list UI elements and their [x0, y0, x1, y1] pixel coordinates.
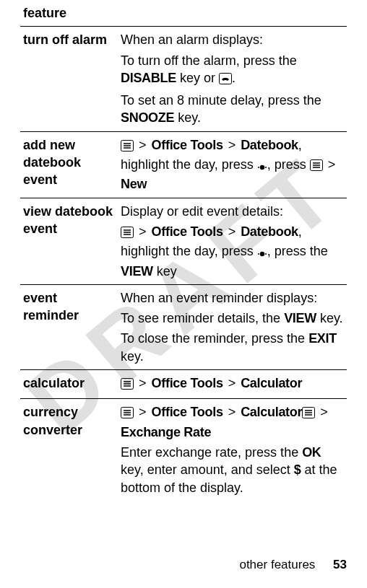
gt: >	[227, 376, 238, 390]
menu-calculator: Calculator	[241, 405, 302, 419]
feature-description: > Office Tools > Datebook, highlight the…	[118, 131, 347, 198]
gt: >	[137, 376, 148, 390]
menu-icon	[121, 377, 134, 394]
text: key.	[121, 349, 144, 364]
text: key, enter amount, and select	[121, 462, 294, 477]
feature-description: When an event reminder displays: To see …	[118, 284, 347, 369]
text: .	[232, 71, 236, 85]
text: To set an 8 minute delay, press the	[121, 93, 321, 107]
feature-label: view datebook event	[20, 198, 118, 284]
feature-description: When an alarm displays: To turn off the …	[118, 27, 347, 131]
feature-description: Display or edit event details: > Office …	[118, 198, 347, 284]
row-view-event: view datebook event Display or edit even…	[20, 198, 347, 284]
menu-icon	[121, 405, 134, 423]
nav-key-icon	[257, 158, 267, 175]
feature-label: currency converter	[20, 399, 118, 501]
row-event-reminder: event reminder When an event reminder di…	[20, 284, 347, 369]
text: , press the	[267, 244, 328, 258]
row-turn-off-alarm: turn off alarm When an alarm displays: T…	[20, 27, 347, 131]
menu-office-tools: Office Tools	[152, 405, 223, 419]
page-content: feature turn off alarm When an alarm dis…	[0, 0, 367, 501]
text: When an alarm displays:	[121, 32, 263, 47]
feature-label: turn off alarm	[20, 27, 118, 131]
section-name: other features	[239, 558, 315, 571]
exit-key-label: EXIT	[308, 331, 337, 346]
ok-key-label: OK	[302, 445, 321, 460]
page-number: 53	[319, 558, 347, 571]
menu-exchange-rate: Exchange Rate	[121, 425, 211, 439]
feature-description: > Office Tools > Calculator	[118, 370, 347, 399]
feature-description: > Office Tools > Calculator > Exchange R…	[118, 399, 347, 501]
menu-office-tools: Office Tools	[152, 376, 223, 390]
gt: >	[227, 138, 238, 152]
gt: >	[137, 138, 148, 152]
svg-point-7	[265, 167, 267, 168]
snooze-key-label: SNOOZE	[121, 110, 174, 125]
gt: >	[137, 405, 148, 419]
menu-office-tools: Office Tools	[152, 138, 223, 152]
feature-label: add new datebook event	[20, 131, 118, 198]
text: key or	[176, 71, 219, 85]
gt: >	[227, 224, 238, 239]
row-add-event: add new datebook event > Office Tools > …	[20, 131, 347, 198]
menu-icon	[310, 158, 323, 175]
gt: >	[227, 405, 238, 419]
end-call-icon	[219, 71, 232, 89]
menu-datebook: Datebook	[241, 138, 298, 152]
menu-office-tools: Office Tools	[152, 224, 223, 239]
menu-icon	[302, 405, 315, 423]
row-currency-converter: currency converter > Office Tools > Calc…	[20, 399, 347, 501]
feature-table: feature turn off alarm When an alarm dis…	[20, 0, 347, 501]
disable-key-label: DISABLE	[121, 71, 176, 85]
feature-label: event reminder	[20, 284, 118, 369]
menu-datebook: Datebook	[241, 224, 298, 239]
text: Display or edit event details:	[121, 204, 283, 219]
nav-key-icon	[257, 245, 267, 262]
text: key	[153, 264, 177, 278]
text: Enter exchange rate, press the	[121, 445, 302, 460]
svg-point-6	[258, 167, 259, 168]
menu-icon	[121, 225, 134, 242]
menu-calculator: Calculator	[241, 376, 302, 390]
text: When an event reminder displays:	[121, 291, 317, 305]
page-footer: other features 53	[239, 558, 347, 572]
view-key-label: VIEW	[284, 311, 316, 325]
feature-label: calculator	[20, 370, 118, 399]
gt: >	[137, 224, 148, 239]
text: key.	[174, 110, 201, 125]
menu-new: New	[121, 177, 147, 191]
svg-point-5	[260, 165, 264, 170]
text: , press	[267, 157, 310, 172]
gt: >	[319, 405, 329, 419]
svg-point-16	[260, 252, 264, 256]
text: To close the reminder, press the	[121, 331, 308, 346]
svg-point-18	[265, 253, 267, 255]
menu-icon	[121, 139, 134, 156]
svg-point-17	[258, 253, 259, 255]
row-calculator: calculator > Office Tools > Calculator	[20, 370, 347, 399]
gt: >	[327, 157, 337, 172]
text: To see reminder details, the	[121, 311, 284, 325]
feature-header: feature	[20, 0, 347, 27]
view-key-label: VIEW	[121, 264, 153, 278]
dollar-symbol: $	[294, 462, 301, 477]
table-header-row: feature	[20, 0, 347, 27]
text: To turn off the alarm, press the	[121, 53, 297, 68]
text: key.	[316, 311, 343, 325]
